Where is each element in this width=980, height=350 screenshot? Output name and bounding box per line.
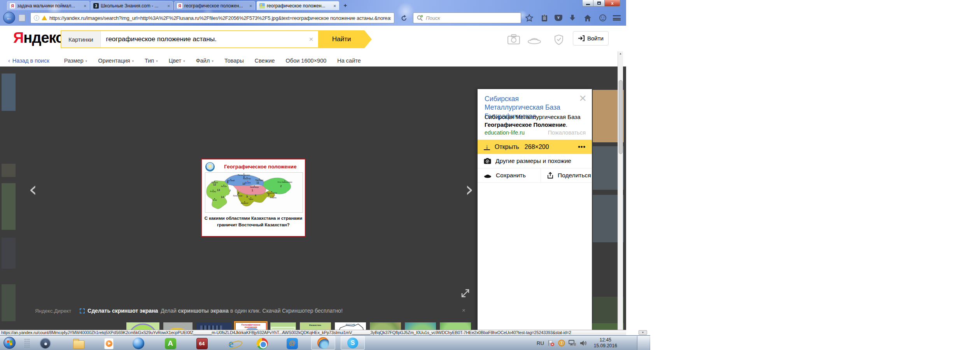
slide-question: С какими областями Казахстана и странами…	[203, 215, 303, 228]
address-bar[interactable]: i https://yandex.ru/images/search?img_ur…	[30, 12, 394, 23]
feedback-smiley-icon[interactable]	[598, 13, 608, 23]
toolbar-handle[interactable]	[24, 338, 30, 348]
browser-tab[interactable]: географическое положен...×	[257, 1, 339, 10]
yandex-logo[interactable]: Яндекс	[13, 30, 63, 46]
volume-icon[interactable]	[580, 340, 587, 346]
taskbar-mailru-button[interactable]: @	[286, 337, 298, 350]
panel-close-icon[interactable]: ×	[579, 92, 586, 104]
scope-chip[interactable]: Картинки	[61, 31, 101, 47]
previous-image-arrow[interactable]: ‹	[29, 182, 37, 197]
start-button[interactable]	[4, 337, 16, 349]
bookmarks-list-icon[interactable]	[539, 13, 550, 23]
thumbnail-strip: АСТАНАКАЗАХСТАНГеографическое положениеК…	[126, 322, 471, 330]
taskbar-skype-button[interactable]: S	[341, 336, 365, 350]
taskbar-aida64-button[interactable]: 64	[196, 337, 208, 350]
thumbnail-city-photo[interactable]	[196, 322, 231, 330]
fullscreen-expand-icon[interactable]	[460, 288, 471, 298]
bookmark-star-icon[interactable]	[524, 13, 534, 23]
reload-button[interactable]	[399, 13, 409, 23]
home-icon[interactable]	[583, 13, 593, 23]
image-favicon-icon	[259, 3, 265, 9]
status-dropdown-button[interactable]: ▾	[639, 330, 647, 335]
search-query-input[interactable]: географическое положение астаны.	[101, 35, 304, 43]
action-center-flag-icon[interactable]	[548, 340, 555, 346]
ad-close-icon[interactable]: ×	[462, 307, 466, 313]
tab-title: задача мальчики поймал...	[17, 3, 82, 9]
show-desktop-button[interactable]	[637, 336, 649, 350]
filter-цвет[interactable]: Цвет▾	[169, 58, 185, 64]
mixed-content-lock-icon[interactable]	[42, 16, 47, 20]
taskbar-lettera-button[interactable]: A	[164, 337, 177, 350]
site-info-icon[interactable]: i	[34, 15, 39, 21]
thumbnail-map-topo[interactable]	[370, 322, 401, 330]
browser-tab[interactable]: 3Школьные Знания.com - ...×	[91, 1, 173, 10]
minimize-button[interactable]	[582, 0, 593, 7]
taskbar-kmplayer-button[interactable]	[39, 337, 51, 350]
browser-tab[interactable]: Язадача мальчики поймал...×	[7, 1, 89, 10]
filter-тип[interactable]: Тип▾	[145, 58, 158, 64]
filter-товары[interactable]: Товары	[224, 58, 244, 64]
taskbar-oplayer-button[interactable]	[103, 337, 115, 350]
network-icon[interactable]	[569, 340, 576, 346]
new-tab-button[interactable]: +	[341, 2, 350, 9]
scroll-up-arrow[interactable]: ▲	[618, 52, 623, 55]
thumbnail-map-outline[interactable]: РОССИЯСТАНУЗБЕКИСТАНКЫРГЫЗАстана	[335, 322, 366, 330]
filter-обои-1600-900[interactable]: Обои 1600×900	[286, 58, 327, 64]
find-button[interactable]: Найти	[319, 30, 372, 48]
filter-label: Ориентация	[98, 58, 130, 64]
downloads-icon[interactable]	[567, 13, 578, 23]
tab-close-icon[interactable]: ×	[167, 4, 170, 8]
taskbar-folder-button[interactable]	[72, 337, 85, 350]
filter-свежие[interactable]: Свежие	[255, 58, 275, 64]
close-button[interactable]: x	[605, 0, 620, 7]
taskbar-globe-button[interactable]	[132, 337, 145, 350]
pocket-icon[interactable]: ∨	[555, 15, 562, 21]
taskbar-firefox-button[interactable]	[311, 336, 335, 350]
thumbnail-map-yellow[interactable]: КАЗАХСТАН	[163, 322, 192, 330]
thumbnail-table-green[interactable]	[270, 322, 296, 330]
thumbnail-map-teal[interactable]	[405, 322, 436, 330]
taskbar-chrome-button[interactable]	[256, 337, 268, 350]
back-button[interactable]: ←	[3, 12, 15, 24]
page-icon[interactable]	[19, 14, 25, 21]
protect-shield-icon[interactable]	[554, 34, 564, 45]
language-indicator[interactable]: RU	[537, 340, 544, 346]
source-domain-link[interactable]: education-life.ru	[485, 130, 525, 136]
quick-search-input[interactable]: Поиск	[413, 12, 521, 23]
thumbnail-map-physical[interactable]: Казахстан.	[300, 322, 331, 330]
save-button[interactable]: Сохранить	[496, 172, 526, 179]
search-box[interactable]: Картинки географическое положение астаны…	[61, 30, 319, 48]
page-scrollbar[interactable]: ▲	[618, 51, 623, 350]
share-button[interactable]: Поделиться	[541, 168, 591, 182]
viewed-image[interactable]: Географическое положение 981011121371412…	[201, 159, 306, 237]
more-options-icon[interactable]: •••	[578, 144, 586, 150]
filter-размер[interactable]: Размер▾	[64, 58, 87, 64]
tab-close-icon[interactable]: ×	[249, 4, 252, 8]
back-to-search-link[interactable]: ‹Назад в поиск	[8, 58, 49, 64]
menu-icon[interactable]	[613, 15, 621, 21]
tab-close-icon[interactable]: ×	[333, 4, 336, 8]
yandex-direct-label: Яндекс.Директ	[35, 308, 71, 314]
scrollbar-thumb[interactable]	[619, 80, 623, 154]
thumbnail-slide-selected[interactable]: Географическое положение	[235, 322, 266, 330]
security-warning-icon[interactable]	[558, 340, 565, 346]
thumbnail-map-green-political[interactable]: АСТАНА	[126, 322, 159, 330]
filter-на-сайте[interactable]: На сайте	[337, 58, 361, 64]
thumbnail-map-astana[interactable]: ASTANA	[440, 322, 471, 330]
similar-images-button[interactable]: Другие размеры и похожие	[478, 154, 592, 168]
image-search-camera-icon[interactable]	[508, 34, 520, 44]
tab-close-icon[interactable]: ×	[84, 4, 87, 8]
yandex-disk-icon[interactable]	[527, 36, 541, 44]
browser-tab[interactable]: Ягеографическое положен...×	[174, 1, 255, 10]
login-button[interactable]: Войти	[573, 31, 609, 46]
clock[interactable]: 12:45 15.09.2016	[594, 337, 617, 349]
open-image-button[interactable]: ↓ Открыть 268×200 •••	[478, 140, 592, 154]
filter-файл[interactable]: Файл▾	[196, 58, 214, 64]
maximize-button[interactable]	[593, 0, 605, 7]
ad-link[interactable]: Сделать скриншот экрана Делай скриншоты …	[80, 308, 343, 314]
taskbar-ie-button[interactable]: e	[225, 337, 237, 350]
clear-query-icon[interactable]: ×	[304, 35, 318, 44]
next-image-arrow[interactable]: ›	[465, 182, 474, 197]
filter-ориентация[interactable]: Ориентация▾	[98, 58, 134, 64]
report-link[interactable]: Пожаловаться	[548, 130, 586, 136]
